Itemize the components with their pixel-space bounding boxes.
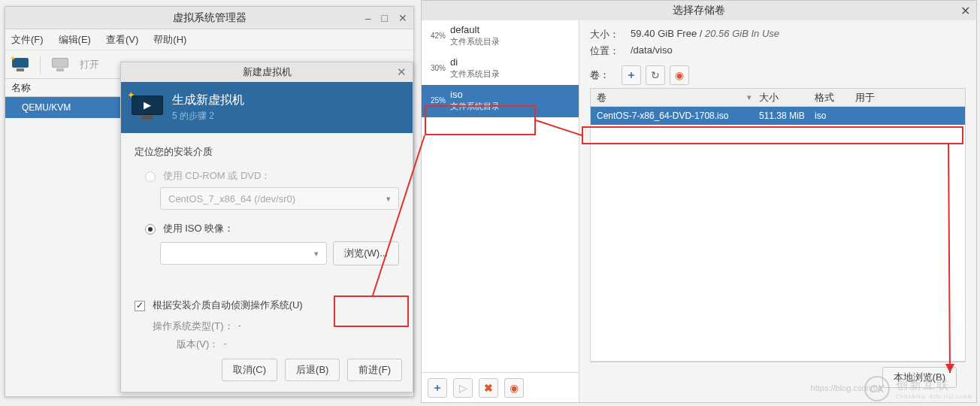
col-name[interactable]: 卷▾ (591, 91, 756, 105)
storage-dialog: 选择存储卷 ✕ 42% default 文件系统目录 30% di 文件系统目录… (421, 0, 977, 403)
newvm-header: 生成新虚拟机 5 的步骤 2 (121, 82, 413, 133)
refresh-volume-button[interactable]: ↻ (646, 65, 665, 85)
autodetect-label: 根据安装介质自动侦测操作系统(U) (153, 299, 303, 311)
autodetect-checkbox[interactable] (135, 301, 145, 311)
version-value: - (223, 338, 226, 351)
watermark-text: 创新互联 (896, 378, 950, 391)
pool-toolbar: ＋ ▷ ✖ ◉ (422, 372, 579, 402)
radio-cdrom-label: 使用 CD-ROM 或 DVD： (163, 170, 271, 181)
size-label: 大小： (590, 28, 623, 41)
wizard-title: 生成新虚拟机 (172, 92, 244, 108)
storage-title-text: 选择存储卷 (673, 4, 725, 17)
browse-button[interactable]: 浏览(W)... (333, 241, 399, 265)
close-icon[interactable]: ✕ (960, 4, 970, 18)
watermark-icon: CX (864, 376, 890, 401)
delete-volume-button[interactable]: ◉ (670, 65, 689, 85)
col-used[interactable]: 用于 (852, 91, 965, 105)
os-type-label: 操作系统类型(T)： (153, 320, 234, 333)
radio-iso-label: 使用 ISO 映像： (163, 223, 234, 234)
new-vm-icon[interactable] (10, 54, 31, 75)
menu-edit[interactable]: 编辑(E) (59, 33, 91, 47)
iso-path-input[interactable]: ▾ (160, 242, 327, 265)
close-icon[interactable]: ✕ (397, 65, 407, 79)
open-vm-icon[interactable] (50, 54, 71, 75)
size-free: 59.40 GiB Free (631, 28, 697, 39)
forward-button[interactable]: 前进(F) (347, 359, 402, 381)
chevron-down-icon: ▾ (314, 249, 319, 259)
add-pool-button[interactable]: ＋ (428, 378, 447, 398)
stop-pool-button[interactable]: ◉ (504, 378, 524, 398)
volume-table: 卷▾ 大小 格式 用于 CentOS-7-x86_64-DVD-1708.iso… (590, 88, 966, 362)
size-in-use: 20.56 GiB In Use (705, 28, 779, 39)
start-pool-button[interactable]: ▷ (453, 378, 473, 398)
close-icon[interactable]: ✕ (398, 12, 407, 24)
version-label: 版本(V)： (177, 338, 219, 351)
volume-format: iso (812, 111, 852, 121)
pool-item-default[interactable]: 42% default 文件系统目录 (422, 20, 579, 53)
location-label: 位置： (590, 44, 623, 58)
col-size[interactable]: 大小 (756, 91, 812, 105)
pool-item-di[interactable]: 30% di 文件系统目录 (422, 53, 579, 85)
separator (40, 56, 41, 74)
radio-cdrom[interactable] (145, 171, 156, 182)
os-type-value: - (238, 320, 241, 333)
cancel-button[interactable]: 取消(C) (222, 359, 277, 381)
storage-titlebar: 选择存储卷 ✕ (422, 1, 976, 20)
cdrom-select[interactable]: CentOS_7_x86_64 (/dev/sr0) ▾ (160, 187, 399, 210)
watermark: CX 创新互联 CHUANG XIN HU LIAN (864, 376, 972, 401)
wizard-step: 5 的步骤 2 (172, 110, 244, 123)
pool-list: 42% default 文件系统目录 30% di 文件系统目录 25% iso… (422, 20, 579, 402)
newvm-titlebar: 新建虚拟机 ✕ (121, 62, 413, 82)
location-value: /data/viso (631, 44, 673, 58)
volume-name: CentOS-7-x86_64-DVD-1708.iso (591, 111, 756, 121)
volume-size: 511.38 MiB (756, 111, 812, 121)
watermark-sub: CHUANG XIN HU LIAN (896, 393, 972, 400)
pool-item-iso[interactable]: 25% iso 文件系统目录 (422, 85, 579, 117)
vm-titlebar: 虚拟系统管理器 – □ ✕ (5, 7, 413, 29)
add-volume-button[interactable]: ＋ (622, 65, 641, 85)
volume-table-head: 卷▾ 大小 格式 用于 (591, 89, 965, 107)
volumes-label: 卷： (590, 68, 617, 82)
radio-iso[interactable] (145, 224, 156, 235)
locate-label: 定位您的安装介质 (135, 145, 399, 159)
menu-help[interactable]: 帮助(H) (153, 33, 186, 47)
menu-file[interactable]: 文件(F) (11, 33, 44, 47)
wizard-icon (132, 95, 163, 120)
sort-desc-icon: ▾ (747, 92, 752, 102)
menu-view[interactable]: 查看(V) (106, 33, 138, 47)
col-format[interactable]: 格式 (812, 91, 852, 105)
newvm-title-text: 新建虚拟机 (243, 65, 292, 79)
new-vm-dialog: 新建虚拟机 ✕ 生成新虚拟机 5 的步骤 2 定位您的安装介质 使用 CD-RO… (120, 62, 413, 392)
open-label: 打开 (80, 58, 99, 71)
chevron-down-icon: ▾ (386, 194, 391, 204)
volume-pane: 大小： 59.40 GiB Free / 20.56 GiB In Use 位置… (579, 20, 976, 402)
delete-pool-button[interactable]: ✖ (479, 378, 498, 398)
volume-row[interactable]: CentOS-7-x86_64-DVD-1708.iso 511.38 MiB … (591, 107, 965, 125)
vm-title-text: 虚拟系统管理器 (173, 11, 247, 25)
max-icon[interactable]: □ (382, 12, 388, 24)
min-icon[interactable]: – (365, 12, 371, 24)
menubar: 文件(F) 编辑(E) 查看(V) 帮助(H) (5, 29, 413, 50)
back-button[interactable]: 后退(B) (285, 359, 340, 381)
